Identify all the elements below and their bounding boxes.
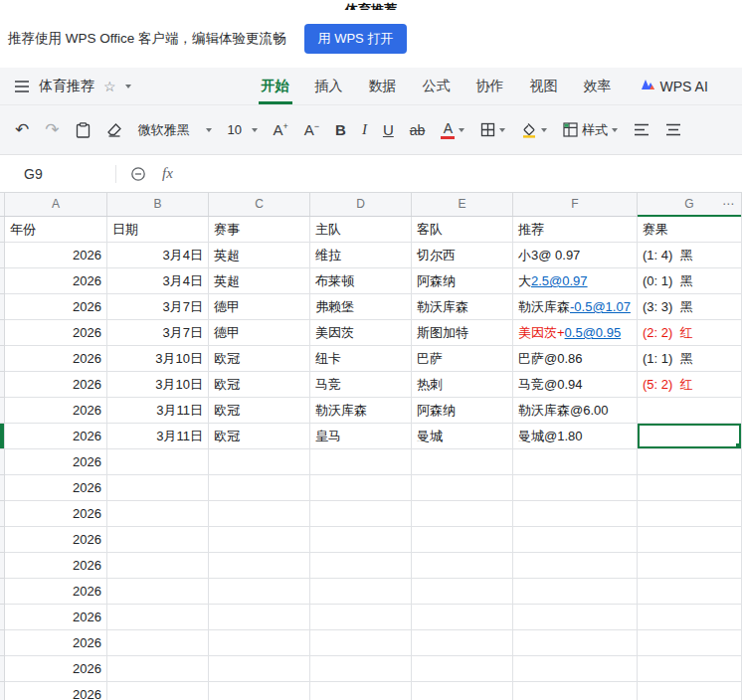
cell-year[interactable]: 2026 (5, 449, 107, 475)
cell-result[interactable]: (0: 1) 黑 (638, 268, 742, 294)
cell-league[interactable] (209, 553, 310, 579)
cell-home-team[interactable] (310, 501, 412, 527)
cell-tip[interactable]: 勒沃库森@6.00 (513, 398, 638, 424)
cell-result[interactable] (638, 553, 742, 579)
hamburger-menu-icon[interactable] (14, 80, 30, 93)
cell-date[interactable] (107, 501, 209, 527)
cell-away-team[interactable] (412, 579, 513, 605)
cell-date[interactable]: 3月10日 (107, 346, 209, 372)
cell-league[interactable] (209, 656, 310, 682)
cell-year[interactable]: 2026 (5, 475, 107, 501)
tip-odds-link[interactable]: 2.5@0.97 (531, 273, 588, 288)
cell-home-team[interactable] (310, 579, 412, 605)
align-center-button[interactable] (665, 123, 681, 136)
cell-date[interactable] (107, 449, 209, 475)
cell-tip[interactable] (513, 605, 638, 630)
cell-league[interactable]: 欧冠 (209, 372, 310, 398)
cell-tip[interactable] (513, 682, 638, 700)
cell-home-team[interactable] (310, 449, 412, 475)
italic-button[interactable]: I (362, 121, 367, 138)
cell-away-team[interactable] (412, 449, 513, 475)
cell-year[interactable]: 2026 (5, 243, 107, 268)
cell-tip[interactable] (513, 630, 638, 656)
column-header-F[interactable]: F (513, 193, 638, 216)
cell-year[interactable]: 2026 (5, 501, 107, 527)
cell-year[interactable]: 2026 (5, 605, 107, 630)
cell-away-team[interactable] (412, 630, 513, 656)
tab-wps-ai[interactable]: WPS AI (641, 68, 708, 104)
cell-tip[interactable]: 大2.5@0.97 (513, 268, 638, 294)
cell-away-team[interactable] (412, 553, 513, 579)
cell-result-selected[interactable] (638, 424, 742, 449)
underline-button[interactable]: U (383, 121, 394, 138)
cell-home-team[interactable]: 美因茨 (310, 320, 412, 346)
cell-away-team[interactable]: 切尔西 (412, 243, 513, 268)
cell-tip[interactable] (513, 501, 638, 527)
eraser-icon[interactable] (106, 122, 122, 137)
cell-result[interactable]: (2: 2) 红 (638, 320, 742, 346)
header-cell-5[interactable]: 推荐 (513, 217, 638, 243)
cell-home-team[interactable] (310, 682, 412, 700)
cell-league[interactable] (209, 475, 310, 501)
cell-home-team[interactable]: 勒沃库森 (310, 398, 412, 424)
tab-公式[interactable]: 公式 (410, 68, 464, 104)
cell-league[interactable] (209, 501, 310, 527)
cell-date[interactable] (107, 475, 209, 501)
cell-year[interactable]: 2026 (5, 346, 107, 372)
cell-year[interactable]: 2026 (5, 553, 107, 579)
font-family-select[interactable]: 微软雅黑 (138, 121, 212, 139)
cell-league[interactable] (209, 579, 310, 605)
cell-away-team[interactable] (412, 682, 513, 700)
cell-year[interactable]: 2026 (5, 294, 107, 320)
cell-tip[interactable] (513, 553, 638, 579)
tab-视图[interactable]: 视图 (517, 68, 571, 104)
cell-date[interactable] (107, 527, 209, 553)
cell-year[interactable]: 2026 (5, 527, 107, 553)
cell-tip[interactable]: 勒沃库森-0.5@1.07 (513, 294, 638, 320)
cell-date[interactable] (107, 553, 209, 579)
cell-home-team[interactable]: 纽卡 (310, 346, 412, 372)
cell-result[interactable] (638, 682, 742, 700)
cell-home-team[interactable]: 弗赖堡 (310, 294, 412, 320)
tab-插入[interactable]: 插入 (302, 68, 356, 104)
align-left-button[interactable] (634, 123, 649, 136)
cell-year[interactable]: 2026 (5, 656, 107, 682)
tab-效率[interactable]: 效率 (571, 68, 625, 104)
cell-away-team[interactable] (412, 501, 513, 527)
borders-button[interactable] (480, 122, 505, 137)
cell-away-team[interactable]: 巴萨 (412, 346, 513, 372)
bold-button[interactable]: B (335, 121, 346, 138)
decrease-font-button[interactable]: A− (304, 121, 319, 138)
cell-league[interactable] (209, 605, 310, 630)
open-in-wps-button[interactable]: 用 WPS 打开 (304, 24, 408, 54)
cell-away-team[interactable]: 勒沃库森 (412, 294, 513, 320)
tab-开始[interactable]: 开始 (249, 68, 302, 104)
cell-tip[interactable]: 小3@ 0.97 (513, 243, 638, 268)
cell-year[interactable]: 2026 (5, 424, 107, 449)
font-color-button[interactable]: A (441, 121, 464, 139)
cell-league[interactable] (209, 449, 310, 475)
cell-tip[interactable]: 巴萨@0.86 (513, 346, 638, 372)
cell-away-team[interactable]: 阿森纳 (412, 398, 513, 424)
cell-league[interactable] (209, 527, 310, 553)
tab-数据[interactable]: 数据 (356, 68, 410, 104)
cell-styles-button[interactable]: 样式 (563, 121, 618, 139)
cell-result[interactable] (638, 656, 742, 682)
cell-date[interactable]: 3月11日 (107, 424, 209, 449)
fill-color-button[interactable] (521, 122, 547, 138)
cell-year[interactable]: 2026 (5, 630, 107, 656)
cell-year[interactable]: 2026 (5, 682, 107, 700)
header-cell-2[interactable]: 赛事 (209, 217, 310, 243)
cell-date[interactable] (107, 630, 209, 656)
cell-result[interactable] (638, 579, 742, 605)
cell-league[interactable]: 英超 (209, 243, 310, 268)
cell-home-team[interactable]: 马竞 (310, 372, 412, 398)
cell-date[interactable] (107, 605, 209, 630)
cell-away-team[interactable]: 热刺 (412, 372, 513, 398)
paste-clipboard-icon[interactable] (76, 122, 91, 138)
more-columns-icon[interactable]: ⋯ (722, 193, 735, 216)
cell-date[interactable] (107, 656, 209, 682)
cell-home-team[interactable] (310, 630, 412, 656)
cell-result[interactable] (638, 527, 742, 553)
cell-league[interactable] (209, 682, 310, 700)
